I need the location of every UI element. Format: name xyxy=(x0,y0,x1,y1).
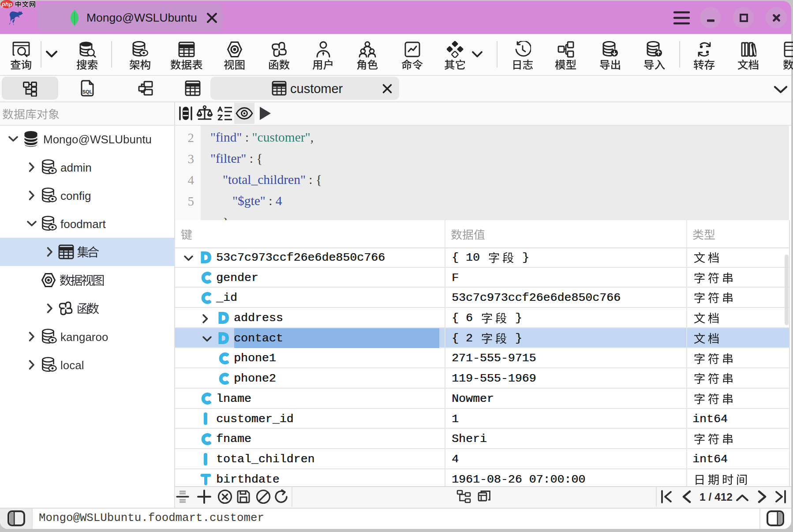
svg-text:php: php xyxy=(1,1,12,7)
svg-text:SQL: SQL xyxy=(82,89,93,94)
